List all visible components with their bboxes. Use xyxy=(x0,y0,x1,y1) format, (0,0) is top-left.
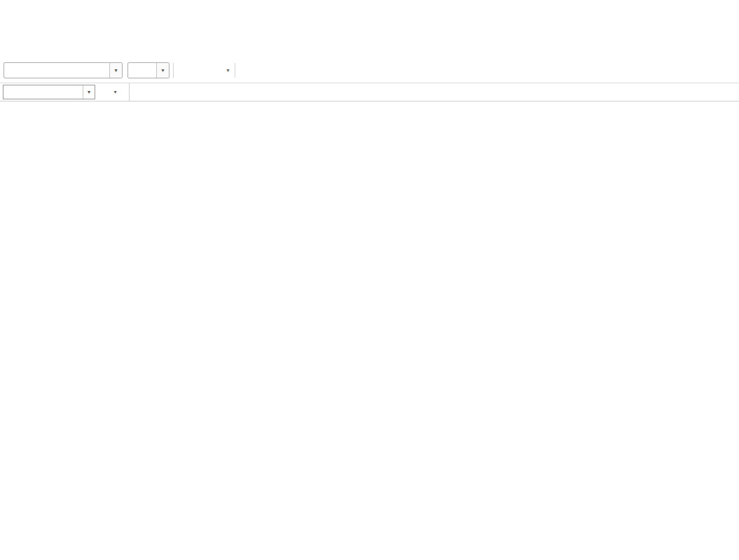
calc-app-icon xyxy=(5,2,16,13)
name-box[interactable]: ▾ xyxy=(3,85,95,99)
underline-dropdown[interactable]: ▾ xyxy=(225,67,231,74)
chevron-down-icon[interactable]: ▾ xyxy=(156,63,169,78)
font-size-select[interactable]: ▾ xyxy=(127,62,170,78)
italic-button[interactable] xyxy=(193,62,208,79)
chevron-down-icon[interactable]: ▾ xyxy=(109,63,122,78)
separator xyxy=(173,63,174,78)
sum-dropdown[interactable]: ▾ xyxy=(112,89,118,95)
standard-toolbar xyxy=(0,31,739,58)
separator xyxy=(235,63,235,78)
font-name-select[interactable]: ▾ xyxy=(4,62,123,78)
title-bar xyxy=(0,0,739,15)
chevron-down-icon[interactable]: ▾ xyxy=(83,85,95,99)
formatting-toolbar: ▾ ▾ ▾ xyxy=(0,58,739,83)
underline-button[interactable] xyxy=(208,62,223,79)
formula-bar: ▾ ▾ xyxy=(0,83,739,102)
bold-button[interactable] xyxy=(177,62,193,79)
column-headers xyxy=(0,105,739,117)
menu-bar xyxy=(0,15,739,31)
formula-input[interactable] xyxy=(129,83,739,101)
